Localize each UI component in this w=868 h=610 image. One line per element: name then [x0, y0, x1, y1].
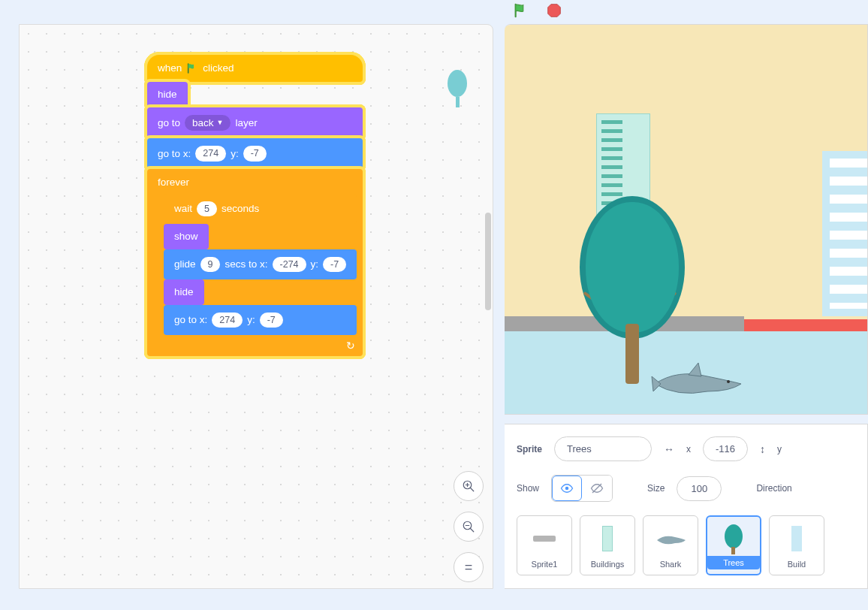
block-label: wait: [174, 204, 192, 214]
zoom-in-button[interactable]: [454, 471, 484, 501]
show-label: Show: [517, 483, 539, 494]
go-to-xy-block[interactable]: go to x: 274 y: -7: [164, 305, 357, 336]
sprite-tile-build[interactable]: Build: [769, 515, 824, 575]
forever-block[interactable]: forever wait 5 seconds show glide 9 secs…: [147, 169, 363, 357]
y-input[interactable]: -7: [323, 257, 346, 273]
tree-sprite[interactable]: [580, 196, 685, 339]
block-label: go to x:: [158, 149, 191, 159]
block-label: y:: [311, 259, 319, 270]
sprite-thumb: [719, 521, 749, 551]
stop-icon: [547, 3, 562, 18]
go-to-layer-block[interactable]: go to back ▼ layer: [147, 107, 363, 139]
sprite-label: Sprite: [517, 444, 542, 454]
stop-button[interactable]: [541, 0, 568, 21]
sprite-thumbnail-corner: [448, 70, 467, 107]
x-input[interactable]: -274: [273, 257, 306, 273]
size-input[interactable]: 100: [677, 476, 722, 501]
layer-dropdown[interactable]: back ▼: [185, 115, 231, 131]
block-label: y:: [231, 149, 239, 159]
block-label: go to: [158, 118, 180, 128]
direction-label: Direction: [756, 483, 791, 494]
sprite-tile-trees[interactable]: Trees: [706, 515, 761, 575]
x-axis-icon: ↔: [664, 443, 674, 455]
loop-arrow-icon: ↻: [346, 340, 355, 352]
show-visible-button[interactable]: [552, 476, 582, 501]
sprite-thumb: [782, 524, 812, 554]
seconds-input[interactable]: 9: [200, 257, 221, 273]
x-label: x: [686, 444, 691, 454]
x-input[interactable]: 274: [212, 313, 243, 328]
zoom-reset-button[interactable]: =: [454, 552, 484, 582]
block-label: glide: [174, 259, 196, 270]
block-label: show: [174, 231, 198, 242]
block-label: layer: [235, 118, 257, 128]
svg-line-6: [470, 528, 474, 532]
seconds-input[interactable]: 5: [197, 201, 217, 217]
block-label: go to x:: [174, 315, 207, 325]
wait-block[interactable]: wait 5 seconds: [164, 194, 357, 225]
zoom-in-icon: [462, 479, 475, 493]
block-label: hide: [158, 89, 177, 100]
sprite-tile-buildings[interactable]: Buildings: [580, 515, 635, 575]
visibility-toggle: [551, 475, 613, 502]
svg-marker-0: [548, 5, 561, 17]
scripts-workspace[interactable]: when clicked hide go to back ▼ layer go …: [19, 24, 493, 589]
building-sprite: [822, 151, 867, 316]
show-hidden-button[interactable]: [582, 476, 612, 501]
zoom-out-icon: [462, 520, 475, 533]
eye-icon: [560, 482, 574, 495]
sprite-thumb: [529, 524, 559, 554]
zoom-out-button[interactable]: [454, 512, 484, 542]
tile-label: Build: [788, 558, 806, 570]
green-flag-icon: [513, 2, 529, 19]
tile-label: Buildings: [591, 558, 625, 570]
sprite-info-panel: Sprite Trees ↔ x -116 ↕ y Show Size: [505, 424, 868, 589]
size-label: Size: [647, 483, 665, 494]
eye-off-icon: [590, 482, 604, 495]
sprite-tile-shark[interactable]: Shark: [643, 515, 698, 575]
stage[interactable]: [505, 24, 868, 415]
y-input[interactable]: -7: [243, 146, 267, 162]
shark-sprite[interactable]: [647, 361, 745, 399]
when-flag-clicked-block[interactable]: when clicked: [147, 55, 363, 82]
y-label: y: [777, 444, 782, 454]
glide-block[interactable]: glide 9 secs to x: -274 y: -7: [164, 249, 357, 280]
x-input[interactable]: 274: [195, 146, 226, 162]
sprite-thumb: [656, 524, 686, 554]
svg-line-2: [470, 488, 474, 491]
shark-icon: [647, 361, 745, 399]
sprite-list: Sprite1 Buildings Shark Trees: [517, 515, 855, 575]
block-label: y:: [247, 315, 255, 325]
sprite-tile-sprite1[interactable]: Sprite1: [517, 515, 572, 575]
block-label: hide: [174, 287, 194, 297]
go-to-xy-block[interactable]: go to x: 274 y: -7: [147, 138, 363, 169]
sprite-name-input[interactable]: Trees: [554, 436, 652, 461]
hide-block[interactable]: hide: [147, 82, 188, 107]
chevron-down-icon: ▼: [217, 119, 224, 126]
y-input[interactable]: -7: [260, 313, 283, 328]
dropdown-value: back: [192, 118, 214, 128]
sprite-thumb: [592, 524, 622, 554]
svg-point-9: [565, 487, 569, 491]
block-stack[interactable]: when clicked hide go to back ▼ layer go …: [147, 55, 363, 356]
block-label: secs to x:: [225, 259, 267, 270]
block-label: forever: [153, 175, 357, 194]
green-flag-button[interactable]: [508, 0, 535, 21]
tile-label: Sprite1: [532, 558, 558, 570]
block-label: clicked: [203, 63, 234, 74]
y-axis-icon: ↕: [760, 443, 765, 455]
hide-block[interactable]: hide: [164, 279, 204, 305]
block-label: when: [158, 63, 182, 74]
x-position-input[interactable]: -116: [703, 436, 748, 461]
tile-label: Shark: [660, 558, 682, 570]
block-label: seconds: [222, 204, 259, 214]
tile-label: Trees: [707, 556, 760, 569]
svg-point-8: [727, 380, 730, 383]
green-flag-icon: [186, 62, 198, 74]
equals-icon: =: [465, 560, 473, 575]
show-block[interactable]: show: [164, 224, 209, 249]
